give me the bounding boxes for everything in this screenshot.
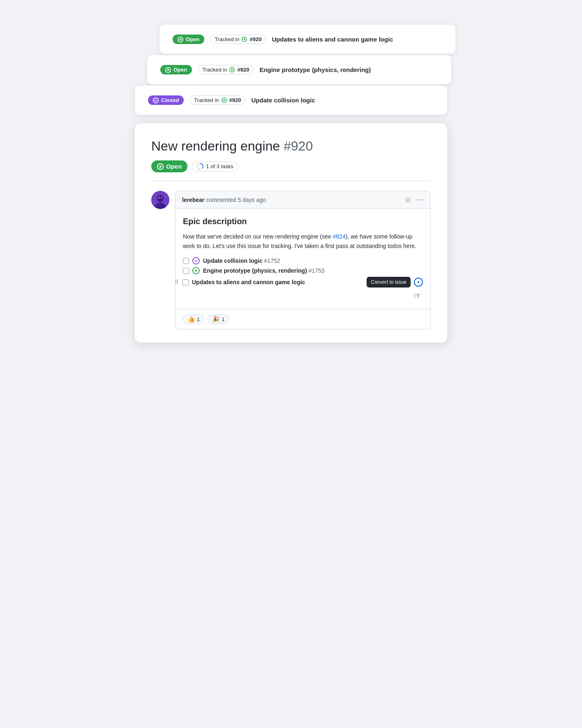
- task-list: Update collision logic #1752: [183, 257, 423, 287]
- tasks-progress-ring: [197, 163, 203, 170]
- cursor-icon: ☞: [183, 291, 423, 301]
- task-closed-icon-1: [192, 257, 200, 264]
- main-title: New rendering engine #920: [151, 138, 431, 154]
- svg-point-3: [244, 38, 245, 40]
- tracked-icon-back2: [242, 37, 247, 42]
- divider: [151, 181, 431, 181]
- svg-point-7: [231, 69, 233, 70]
- comment-section: lerebear commented 5 days ago ☺ ··· Epic…: [151, 191, 431, 329]
- convert-to-issue-button[interactable]: [414, 278, 423, 287]
- scene: Open Tracked in #920 Updates to aliens a…: [135, 25, 447, 683]
- tracked-pill-back1: Tracked in #920: [198, 65, 254, 74]
- task-item-1: Update collision logic #1752: [183, 257, 423, 264]
- tracked-pill-back0: Tracked in #920: [189, 95, 245, 105]
- task-item-2: Engine prototype (physics, rendering) #1…: [183, 267, 423, 274]
- task-text-2: Engine prototype (physics, rendering) #1…: [203, 267, 325, 274]
- task-item-3: ⠿ Updates to aliens and cannon game logi…: [175, 277, 423, 287]
- open-icon-back2: [178, 37, 183, 42]
- comment-header: lerebear commented 5 days ago ☺ ···: [176, 191, 430, 209]
- closed-badge-back0: Closed: [148, 95, 184, 105]
- more-options-button[interactable]: ···: [416, 195, 424, 204]
- reaction-party[interactable]: 🎉 1: [208, 314, 229, 324]
- svg-point-5: [167, 69, 169, 70]
- task-open-icon-2: [192, 267, 200, 274]
- convert-to-issue-wrapper: Convert to issue: [367, 277, 423, 287]
- tracked-icon-back0: [222, 97, 227, 103]
- card-back-1: Open Tracked in #920 Engine prototype (p…: [147, 55, 451, 84]
- main-open-badge: Open: [151, 160, 187, 172]
- comment-body: Epic description Now that we've decided …: [176, 209, 430, 309]
- svg-point-12: [159, 165, 162, 167]
- task-text-1: Update collision logic #1752: [203, 257, 280, 264]
- task-text-3: Updates to aliens and cannon game logic: [192, 279, 305, 285]
- card-back-2: Open Tracked in #920 Updates to aliens a…: [159, 25, 455, 54]
- avatar: [151, 191, 169, 209]
- card-back-0: Closed Tracked in #920 Update collision …: [135, 86, 447, 115]
- open-badge-back1: Open: [160, 65, 192, 74]
- task-checkbox-1[interactable]: [183, 258, 189, 264]
- closed-icon-back0: [153, 97, 159, 103]
- svg-point-10: [223, 99, 225, 101]
- reaction-thumbsup[interactable]: 👍 1: [183, 314, 204, 324]
- task-checkbox-2[interactable]: [183, 268, 189, 274]
- drag-handle[interactable]: ⠿: [175, 279, 178, 285]
- emoji-button[interactable]: ☺: [404, 196, 411, 204]
- tracked-icon-back1: [229, 67, 235, 72]
- svg-point-19: [161, 197, 162, 199]
- open-icon-back1: [165, 67, 171, 73]
- main-open-icon: [157, 163, 164, 170]
- svg-point-20: [195, 270, 197, 272]
- comment-text: Now that we've decided on our new render…: [183, 232, 423, 250]
- task-checkbox-3[interactable]: [182, 279, 189, 285]
- reactions-row: 👍 1 🎉 1: [176, 309, 430, 329]
- tracked-pill-back2: Tracked in #920: [210, 35, 266, 44]
- convert-to-issue-tooltip: Convert to issue: [367, 277, 411, 287]
- title-row: Open 1 of 3 tasks: [151, 160, 431, 172]
- main-card: New rendering engine #920 Open 1 of 3 ta…: [135, 123, 447, 343]
- issue-link-824[interactable]: #824: [333, 233, 346, 240]
- svg-point-18: [159, 197, 160, 199]
- epic-description-heading: Epic description: [183, 217, 423, 226]
- open-badge-back2: Open: [173, 35, 204, 44]
- svg-point-1: [180, 38, 181, 40]
- svg-point-21: [418, 281, 420, 283]
- comment-header-actions: ☺ ···: [404, 195, 424, 204]
- comment-box: lerebear commented 5 days ago ☺ ··· Epic…: [175, 191, 431, 329]
- tasks-pill[interactable]: 1 of 3 tasks: [192, 162, 238, 172]
- svg-point-16: [157, 195, 164, 202]
- comment-header-left: lerebear commented 5 days ago: [182, 197, 266, 203]
